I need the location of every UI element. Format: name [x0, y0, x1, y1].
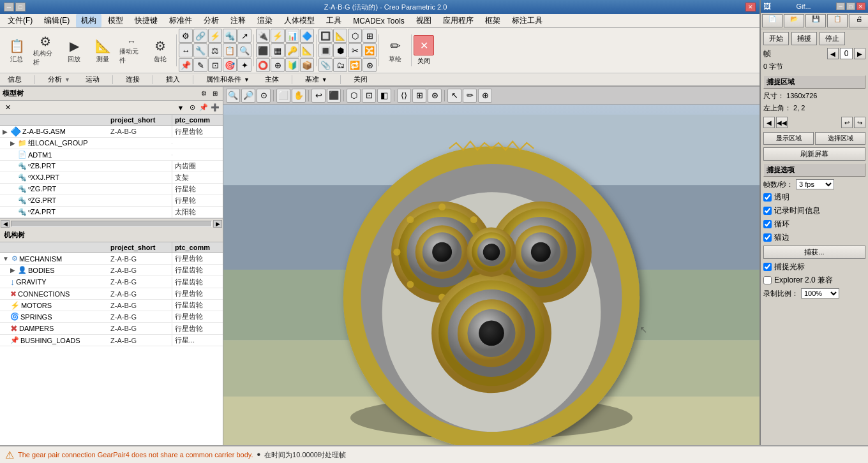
tb2-11[interactable]: 🔰 — [285, 58, 299, 72]
gif-stop-btn[interactable]: 停止 — [819, 32, 845, 45]
tree-filter[interactable]: ▼ — [176, 103, 186, 113]
model-tree-expand[interactable]: ⊞ — [210, 89, 220, 99]
tb-small-3[interactable]: ⚡ — [208, 29, 222, 43]
minimize-btn[interactable]: ─ — [4, 3, 14, 11]
tb2-7[interactable]: 🔑 — [285, 43, 299, 57]
tree-item-zg2[interactable]: 🔩 ᵅZG.PRT 行星轮 — [0, 195, 223, 207]
tb-small-7[interactable]: 🔧 — [193, 43, 207, 57]
gif-maximize[interactable]: □ — [846, 3, 855, 10]
tree-refresh[interactable]: ⊙ — [187, 103, 197, 113]
tb3-10[interactable]: 🗂 — [333, 58, 347, 72]
sketch-button[interactable]: ✏ 草绘 — [381, 34, 409, 67]
gif-fps-select[interactable]: 3 fps — [796, 179, 834, 189]
section-insert[interactable]: 插入 — [163, 75, 183, 84]
tb3-4[interactable]: ⊞ — [363, 29, 377, 43]
gif-start-btn[interactable]: 开始 — [763, 32, 789, 45]
menu-annotation[interactable]: 注释 — [225, 14, 251, 27]
tb-small-10[interactable]: 🔍 — [237, 43, 251, 57]
section-body[interactable]: 主体 — [262, 75, 281, 84]
gif-nav-playback[interactable]: ◀◀ — [776, 117, 788, 128]
gear-button[interactable]: ⚙ 齿轮 — [146, 34, 174, 67]
tb2-4[interactable]: 🔷 — [300, 29, 314, 43]
vp-zoom-out[interactable]: 🔎 — [241, 89, 255, 103]
gif-select-area-btn[interactable]: 选择区域 — [815, 132, 865, 145]
gif-close[interactable]: ✕ — [857, 3, 865, 10]
close-mechanism-button[interactable]: ✕ — [414, 35, 434, 55]
tb3-7[interactable]: ✂ — [348, 43, 362, 57]
gif-next-frame[interactable]: ▶ — [854, 48, 865, 59]
menu-view[interactable]: 视图 — [411, 14, 437, 27]
tb3-1[interactable]: 🔲 — [318, 29, 333, 43]
tb2-8[interactable]: 📐 — [300, 43, 314, 57]
vp-wire[interactable]: ⬡ — [347, 89, 361, 103]
measure-button[interactable]: 📐 测量 — [89, 34, 117, 67]
mech-item-motors[interactable]: ⚡ MOTORS Z-A-B-G 行星齿轮 — [0, 300, 223, 311]
gif-print[interactable]: 🖨 — [849, 14, 868, 27]
tree-nav-right[interactable]: ▶ — [213, 220, 222, 228]
tb2-10[interactable]: ⊕ — [271, 58, 285, 72]
menu-tools[interactable]: 工具 — [321, 14, 347, 27]
analysis-button[interactable]: ⚙ 机构分析 — [31, 34, 59, 67]
menu-human[interactable]: 人体模型 — [279, 14, 320, 27]
vp-hidden[interactable]: ◧ — [377, 89, 391, 103]
gif-refresh-btn[interactable]: 刷新屏幕 — [763, 147, 865, 161]
mech-item-connections[interactable]: ✖ CONNECTIONS Z-A-B-G 行星齿轮 — [0, 288, 223, 300]
tb-small-1[interactable]: ⚙ — [179, 29, 193, 43]
vp-ortho[interactable]: ⊞ — [412, 89, 426, 103]
tb3-3[interactable]: ⬡ — [348, 29, 362, 43]
tb-small-5[interactable]: ↗ — [237, 29, 251, 43]
tb-small-11[interactable]: 📌 — [179, 58, 193, 72]
tb2-9[interactable]: ⭕ — [256, 58, 270, 72]
section-datum[interactable]: 基准 — [303, 75, 330, 84]
menu-frame[interactable]: 框架 — [480, 14, 505, 27]
gif-transparent-check[interactable] — [763, 193, 772, 202]
tb-small-15[interactable]: ✦ — [237, 58, 251, 72]
close-btn[interactable]: ✕ — [745, 3, 756, 11]
mech-item-gravity[interactable]: ↓ GRAVITY Z-A-B-G 行星齿轮 — [0, 276, 223, 288]
summary-button[interactable]: 📋 汇总 — [3, 34, 31, 67]
tb-small-14[interactable]: 🎯 — [223, 58, 237, 72]
gif-loop-check[interactable] — [763, 220, 772, 228]
gif-saveas[interactable]: 📋 — [827, 14, 848, 27]
section-motion[interactable]: 分析 ▼ — [45, 75, 73, 84]
menu-apps[interactable]: 应用程序 — [438, 14, 479, 27]
gif-capture-btn[interactable]: 捕获... — [763, 246, 865, 259]
vp-select[interactable]: ↖ — [447, 89, 461, 103]
drag-button[interactable]: ↔ 播动元件 — [117, 34, 146, 67]
tb3-12[interactable]: ⊛ — [363, 58, 377, 72]
vp-explode[interactable]: ⊛ — [428, 89, 442, 103]
vp-fit[interactable]: ⊙ — [257, 89, 271, 103]
tree-item-xxj[interactable]: 🔩 ᵅXXJ.PRT 支架 — [0, 172, 223, 184]
tb2-2[interactable]: ⚡ — [271, 29, 285, 43]
menu-standard[interactable]: 标准件 — [164, 14, 197, 27]
mech-item-springs[interactable]: 🌀 SPRINGS Z-A-B-G 行星齿轮 — [0, 311, 223, 323]
tb-small-12[interactable]: ✎ — [193, 58, 207, 72]
mech-item-bodies[interactable]: ▶ 👤 BODIES Z-A-B-G 行星齿轮 — [0, 265, 223, 276]
tree-pin[interactable]: 📌 — [198, 103, 209, 113]
vp-pan[interactable]: ✋ — [292, 89, 306, 103]
tb3-11[interactable]: 🔁 — [348, 58, 362, 72]
section-close[interactable]: 关闭 — [351, 75, 370, 84]
tb2-3[interactable]: 📊 — [285, 29, 299, 43]
gif-save[interactable]: 💾 — [805, 14, 826, 27]
menu-shortcuts[interactable]: 快捷键 — [130, 14, 163, 27]
menu-markup[interactable]: 标注工具 — [507, 14, 548, 27]
gif-nav-left[interactable]: ◀ — [763, 117, 775, 128]
tb3-8[interactable]: 🔀 — [363, 43, 377, 57]
gif-scale-select[interactable]: 100% — [801, 288, 839, 298]
mech-item-mechanism[interactable]: ▼ ⚙ MECHANISM Z-A-B-G 行星齿轮 — [0, 253, 223, 265]
maximize-btn[interactable]: □ — [15, 3, 26, 11]
tb3-5[interactable]: 🔳 — [318, 43, 333, 57]
gif-prev-frame[interactable]: ◀ — [827, 48, 839, 59]
menu-mechanism[interactable]: 机构 — [76, 14, 101, 27]
section-connect[interactable]: 运动 — [83, 75, 102, 84]
mech-item-dampers[interactable]: ✖ DAMPERS Z-A-B-G 行星齿轮 — [0, 323, 223, 335]
vp-extra[interactable]: ⊕ — [478, 89, 492, 103]
mech-item-bushing[interactable]: 📌 BUSHING_LOADS Z-A-B-G 行星... — [0, 335, 223, 346]
tb2-6[interactable]: ▦ — [271, 43, 285, 57]
gif-nav-redo[interactable]: ↪ — [854, 117, 865, 128]
tb2-12[interactable]: 📦 — [300, 58, 314, 72]
tree-item-asm[interactable]: ▶ 🔷 Z-A-B-G.ASM Z-A-B-G 行星齿轮 — [0, 126, 223, 138]
vp-persp[interactable]: ⟨⟩ — [397, 89, 411, 103]
gif-record-time-check[interactable] — [763, 207, 772, 215]
